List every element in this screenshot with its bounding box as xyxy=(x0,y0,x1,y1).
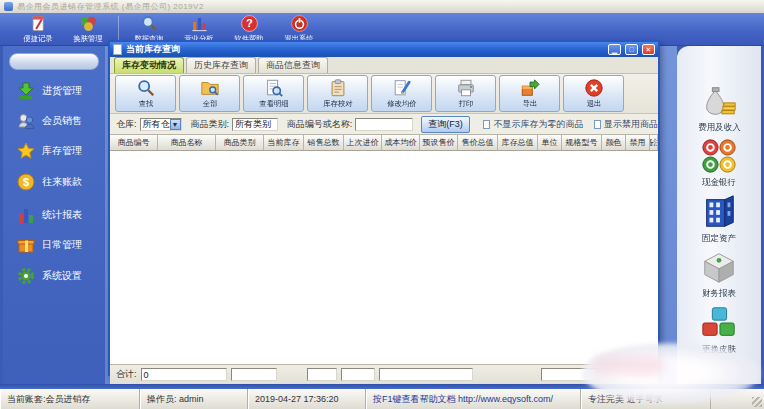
tab-history-inventory[interactable]: 历史库存查询 xyxy=(186,57,256,73)
printer-icon xyxy=(456,78,476,98)
document-icon xyxy=(113,44,122,55)
sidebar-item-accounts[interactable]: $ 往来账款 xyxy=(17,173,82,191)
column-header[interactable]: 商品名称 xyxy=(158,135,216,150)
show-all-button[interactable]: 全部 xyxy=(179,75,240,112)
column-header[interactable]: 商品类别 xyxy=(216,135,264,150)
right-sidebar: 费用及收入 现金银行 固定资产 财务报表 更换皮肤 xyxy=(677,46,761,384)
gift-box-icon xyxy=(17,236,35,254)
column-header[interactable]: 备注 xyxy=(650,135,658,150)
search-icon xyxy=(136,78,156,98)
status-help-link[interactable]: 按F1键查看帮助文档 http://www.eqysoft.com/ xyxy=(366,389,581,409)
column-header[interactable]: 规格型号 xyxy=(562,135,602,150)
category-label: 商品类别: xyxy=(190,118,229,131)
export-icon xyxy=(520,78,540,98)
right-item-expense-income[interactable]: 费用及收入 xyxy=(677,82,761,134)
gear-icon xyxy=(17,267,35,285)
summary-row: 合计: 0 xyxy=(110,365,658,384)
sidebar-item-settings[interactable]: 系统设置 xyxy=(17,267,82,285)
inventory-toolbar: 查找 全部 查看明细 库存校对 修改均价 打印 导出 退出 xyxy=(110,74,658,114)
right-item-fixed-assets[interactable]: 固定资产 xyxy=(677,193,761,245)
child-window-title: 当前库存查询 xyxy=(126,43,604,56)
members-icon xyxy=(17,112,35,130)
column-header[interactable]: 禁用 xyxy=(626,135,650,150)
sidebar-item-reports[interactable]: 统计报表 xyxy=(17,206,82,224)
exit-icon xyxy=(584,78,604,98)
building-icon xyxy=(700,193,738,231)
column-header[interactable]: 颜色 xyxy=(602,135,626,150)
close-button[interactable]: ✕ xyxy=(642,44,655,55)
current-inventory-window: 当前库存查询 ▁ □ ✕ 库存变动情况 历史库存查询 商品信息查询 查找 全部 … xyxy=(108,40,660,376)
exit-button[interactable]: 退出 xyxy=(563,75,624,112)
right-item-financial-reports[interactable]: 财务报表 xyxy=(677,248,761,300)
total-box xyxy=(341,368,375,381)
maximize-button[interactable]: □ xyxy=(625,44,638,55)
modify-avg-price-button[interactable]: 修改均价 xyxy=(371,75,432,112)
column-header[interactable]: 上次进价 xyxy=(344,135,382,150)
child-window-titlebar[interactable]: 当前库存查询 ▁ □ ✕ xyxy=(110,42,658,57)
warehouse-label: 仓库: xyxy=(116,118,137,131)
status-operator: 操作员: admin xyxy=(140,389,248,409)
total-box xyxy=(379,368,473,381)
keyword-label: 商品编号或名称: xyxy=(287,118,353,131)
window-titlebar: 易企用会员进销存管理系统 (易企用公司) 2019V2 xyxy=(0,0,764,13)
left-sidebar: 进货管理 会员销售 库存管理 $ 往来账款 统计报表 日常管理 系统设置 xyxy=(3,46,105,384)
column-header[interactable]: 当前库存 xyxy=(264,135,304,150)
category-input[interactable]: 所有类别 xyxy=(232,118,278,131)
total-box xyxy=(231,368,277,381)
power-icon xyxy=(290,14,309,33)
dollar-icon: $ xyxy=(17,173,35,191)
right-item-cash-bank[interactable]: 现金银行 xyxy=(677,137,761,189)
window-title: 易企用会员进销存管理系统 (易企用公司) 2019V2 xyxy=(17,1,204,12)
notepad-icon xyxy=(29,14,48,33)
help-icon: ? xyxy=(240,14,259,33)
sidebar-item-member-sales[interactable]: 会员销售 xyxy=(17,112,82,130)
chevron-down-icon[interactable]: ▼ xyxy=(170,119,181,130)
query-button[interactable]: 查询(F3) xyxy=(421,116,470,133)
hide-zero-label[interactable]: 不显示库存为零的商品 xyxy=(493,118,583,131)
view-detail-button[interactable]: 查看明细 xyxy=(243,75,304,112)
show-disabled-label[interactable]: 显示禁用商品 xyxy=(604,118,658,131)
sidebar-item-inventory[interactable]: 库存管理 xyxy=(17,142,82,160)
find-button[interactable]: 查找 xyxy=(115,75,176,112)
sidebar-panel-header[interactable] xyxy=(9,53,99,70)
export-button[interactable]: 导出 xyxy=(499,75,560,112)
column-header[interactable]: 预设售价 xyxy=(420,135,458,150)
total-label: 合计: xyxy=(116,368,137,381)
column-header[interactable]: 成本均价 xyxy=(382,135,420,150)
column-header[interactable]: 售价总值 xyxy=(458,135,498,150)
sidebar-item-purchasing[interactable]: 进货管理 xyxy=(17,82,82,100)
tab-product-info[interactable]: 商品信息查询 xyxy=(258,57,328,73)
edit-pencil-icon xyxy=(392,78,412,98)
column-header[interactable]: 单位 xyxy=(538,135,562,150)
hide-zero-checkbox[interactable] xyxy=(483,120,490,129)
svg-text:$: $ xyxy=(23,176,29,188)
stock-check-button[interactable]: 库存校对 xyxy=(307,75,368,112)
tab-stock-changes[interactable]: 库存变动情况 xyxy=(114,57,184,73)
warehouse-select[interactable]: 所有仓库 ▼ xyxy=(140,118,182,131)
minimize-button[interactable]: ▁ xyxy=(608,44,621,55)
censor-blur-patch-pink xyxy=(592,355,664,375)
inbox-arrow-icon xyxy=(17,82,35,100)
resize-grip-icon[interactable] xyxy=(752,397,762,407)
sidebar-item-daily[interactable]: 日常管理 xyxy=(17,236,82,254)
keyword-input[interactable] xyxy=(355,118,413,131)
column-header[interactable]: 销售总数 xyxy=(304,135,344,150)
table-header-row: 商品编号 商品名称 商品类别 当前库存 销售总数 上次进价 成本均价 预设售价 … xyxy=(110,134,658,151)
money-bag-icon xyxy=(700,82,738,120)
blocks-icon xyxy=(700,304,738,342)
column-header[interactable]: 商品编号 xyxy=(110,135,158,150)
filter-bar: 仓库: 所有仓库 ▼ 商品类别: 所有类别 商品编号或名称: 查询(F3) 不显… xyxy=(110,114,658,134)
status-account: 当前账套:会员进销存 xyxy=(0,389,140,409)
toolbar-separator xyxy=(118,16,119,42)
coins-icon xyxy=(700,137,738,175)
print-button[interactable]: 打印 xyxy=(435,75,496,112)
bar-chart-icon xyxy=(190,14,209,33)
show-disabled-checkbox[interactable] xyxy=(594,120,601,129)
palette-icon xyxy=(79,14,98,33)
toolbar-button-skin-manager[interactable]: 换肤管理 xyxy=(64,14,112,45)
table-body-empty[interactable] xyxy=(110,151,658,365)
column-header[interactable]: 库存总值 xyxy=(498,135,538,150)
toolbar-button-quick-records[interactable]: 便捷记录 xyxy=(14,14,62,45)
svg-text:?: ? xyxy=(246,17,253,29)
report-box-icon xyxy=(700,248,738,286)
